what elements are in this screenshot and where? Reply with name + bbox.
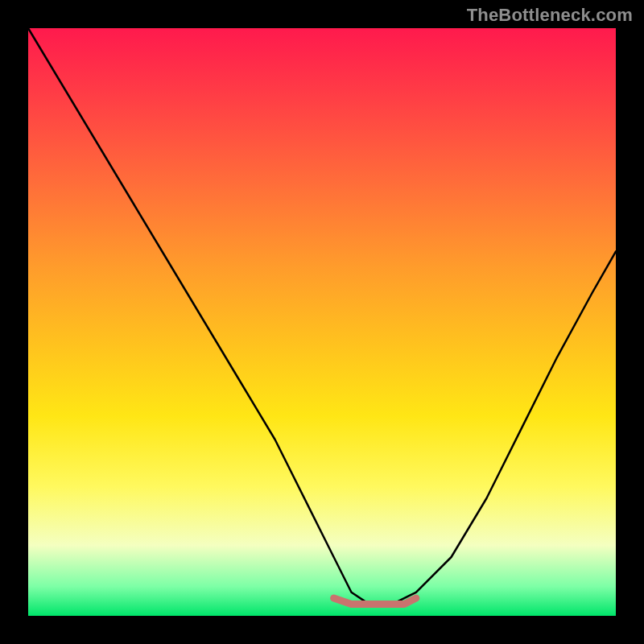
bottleneck-curve: [28, 28, 616, 604]
plot-area: [28, 28, 616, 616]
chart-frame: TheBottleneck.com: [0, 0, 644, 644]
chart-svg: [28, 28, 616, 616]
watermark-text: TheBottleneck.com: [467, 5, 633, 26]
